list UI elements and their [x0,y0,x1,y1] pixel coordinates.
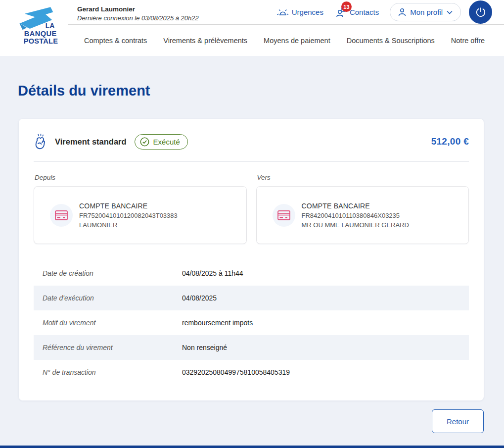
account-icon-circle [273,204,295,227]
contacts-label: Contacts [350,8,379,16]
detail-label: N° de transaction [43,368,182,376]
to-account-section: Vers COMPTE BANCAIRE FR84200410101103808… [256,174,469,244]
alarm-icon [277,7,288,17]
from-account-card: COMPTE BANCAIRE FR7520041010120082043T03… [34,186,247,244]
status-badge: Exécuté [135,134,188,149]
transfer-amount: 512,00 € [431,136,469,147]
accounts-section: Depuis COMPTE BANCAIRE FR752004101012008… [19,162,484,244]
logo-text-la: LA [45,22,54,30]
detail-label: Date d'exécution [43,294,182,302]
logout-power-button[interactable] [469,0,492,24]
contacts-link[interactable]: 13 Contacts [336,7,379,17]
nav-item-documents-souscriptions[interactable]: Documents & Souscriptions [347,37,435,45]
detail-row: N° de transaction03292025080499758100584… [34,360,469,385]
nav-item-comptes-contrats[interactable]: Comptes & contrats [84,37,147,45]
bank-card-icon [277,210,290,220]
account-type: COMPTE BANCAIRE [302,202,409,210]
la-banque-postale-logo: LA BANQUE POSTALE [17,5,58,51]
user-info: Gerard Laumonier Dernière connexion le 0… [77,2,199,22]
account-type: COMPTE BANCAIRE [79,202,178,210]
user-name: Gerard Laumonier [77,5,199,13]
from-account-section: Depuis COMPTE BANCAIRE FR752004101012008… [34,174,247,244]
detail-row: Motif du virementremboursement impots [34,310,469,335]
detail-label: Référence du virement [43,344,182,351]
nav-item-virements-pr-l-vements[interactable]: Virements & prélèvements [163,37,247,45]
nav-item-moyens-de-paiement[interactable]: Moyens de paiement [264,37,330,45]
logo-container[interactable]: LA BANQUE POSTALE [0,0,68,56]
nav-item-notre-offre[interactable]: Notre offre [451,37,485,45]
header-top-bar: Gerard Laumonier Dernière connexion le 0… [68,0,504,25]
to-section-label: Vers [257,174,469,181]
from-section-label: Depuis [35,174,247,181]
detail-label: Motif du virement [43,319,182,327]
logo-text-postale: POSTALE [23,37,57,45]
check-circle-icon [140,137,149,147]
account-iban: FR8420041010110380846X03235 [302,212,409,219]
back-button[interactable]: Retour [432,409,484,433]
person-icon [398,8,406,16]
header: LA BANQUE POSTALE Gerard Laumonier Derni… [0,0,504,56]
header-right: Gerard Laumonier Dernière connexion le 0… [68,0,504,56]
last-connection: Dernière connexion le 03/08/2025 à 20h22 [77,14,199,22]
detail-value: 0329202508049975810058405319 [182,368,290,376]
profile-button[interactable]: Mon profil [390,3,461,21]
detail-row: Date de création04/08/2025 à 11h44 [34,261,469,286]
transfer-summary: Virement standard Exécuté 512,00 € [19,119,484,161]
to-account-card: COMPTE BANCAIRE FR8420041010110380846X03… [256,186,469,244]
status-label: Exécuté [153,138,180,146]
from-account-text: COMPTE BANCAIRE FR7520041010120082043T03… [79,202,178,229]
footer-strip [0,446,504,448]
account-icon-circle [50,204,73,227]
transfer-type-label: Virement standard [55,137,127,147]
urgences-label: Urgences [292,8,323,16]
power-icon [475,6,487,18]
header-actions: Urgences 13 Contacts Mo [277,0,492,24]
transfer-details-card: Virement standard Exécuté 512,00 € Depui… [19,119,484,400]
detail-row: Date d'exécution04/08/2025 [34,286,469,310]
details-table: Date de création04/08/2025 à 11h44Date d… [34,261,469,400]
account-holder: MR OU MME LAUMONIER GERARD [302,221,409,229]
snap-fingers-icon [34,134,48,149]
to-account-text: COMPTE BANCAIRE FR8420041010110380846X03… [302,202,409,229]
actions-row: Retour [432,409,484,433]
logo-text-banque: BANQUE [24,29,56,37]
detail-value: 04/08/2025 à 11h44 [182,269,243,277]
profile-label: Mon profil [410,8,443,16]
detail-value: Non renseigné [182,344,227,351]
detail-value: remboursement impots [182,319,253,327]
page-title: Détails du virement [18,83,504,99]
bank-card-icon [55,210,68,220]
detail-value: 04/08/2025 [182,294,217,302]
urgences-link[interactable]: Urgences [277,7,323,17]
detail-row: Référence du virementNon renseigné [34,335,469,360]
chevron-down-icon [447,10,453,14]
account-holder: LAUMONIER [79,221,178,229]
account-iban: FR7520041010120082043T03383 [79,212,178,219]
main-nav: Comptes & contratsVirements & prélèvemen… [68,25,504,56]
contacts-badge: 13 [341,1,352,12]
detail-label: Date de création [43,269,182,277]
